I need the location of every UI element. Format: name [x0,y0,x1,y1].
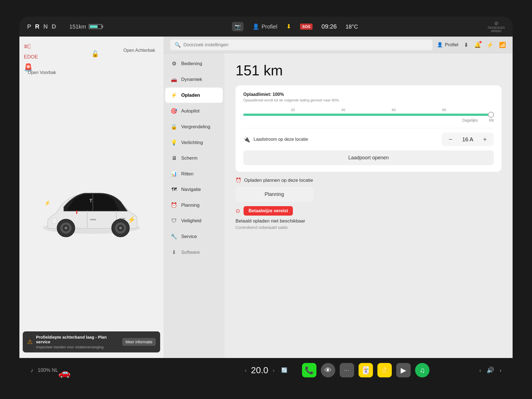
header-icons: 👤 Profiel ⬇ 🔔 ⚡ 📶 [437,42,506,48]
temp-display: 18°C [346,24,358,30]
app-play[interactable]: ▶ [396,363,411,377]
software-label: Software [181,250,200,255]
svg-point-9 [65,227,67,229]
taskbar-center: ‹ 20.0 › 🔄 [245,365,287,375]
sidebar-item-scherm[interactable]: 🖥 Scherm [165,151,223,166]
app-spotify[interactable]: ♫ [415,363,429,377]
sidebar-item-service[interactable]: 🔧 Service [165,229,223,244]
svg-text:T: T [89,198,92,203]
sidebar-item-software[interactable]: ⬇ Software [165,245,223,260]
search-input-wrap[interactable]: 🔍 [170,40,433,50]
scherm-label: Scherm [181,155,198,161]
car-svg: T [33,170,150,247]
veiligheid-label: Veiligheid [181,218,201,224]
temp-right-chevron[interactable]: › [273,367,275,374]
notif-sub: Inspecteer banden voor rotatie/vervangin… [36,345,119,349]
laadpoort-btn[interactable]: Laadpoort openen [243,150,494,165]
download-icon: ⬇ [286,23,291,30]
sidebar-item-planning[interactable]: ⏰ Planning [165,198,223,213]
bediening-icon: ⚙ [171,60,177,67]
warning-icon: ⚠ [27,338,33,346]
screen: P R N D 151km 📷 👤 Profiel ⬇ SOS 09:26 18… [19,17,513,382]
volume-icon[interactable]: 🔊 [487,367,494,374]
app-camera[interactable]: 👁 [321,363,335,377]
slider-thumb [488,112,494,118]
prnd-indicator: P R N D [27,23,57,30]
laadstroom-icon: 🔌 [243,136,250,143]
search-input[interactable] [183,42,428,48]
radio-label: 100% NL [38,367,58,373]
vergrendeling-icon: 🔒 [171,124,177,130]
betaalwijze-row: ⊙ Betaalwijze vereist [236,206,502,216]
dynamiek-label: Dynamiek [181,77,202,82]
notif-more-btn[interactable]: Meer informatie [122,338,156,346]
temp-value: 20.0 [251,365,268,375]
status-center: 📷 👤 Profiel ⬇ SOS 09:26 18°C [109,22,481,31]
slider-ticks: 20 40 60 80 [243,108,494,112]
car-image: 🔓 ⚡ ⚡ [19,42,163,358]
sidebar: ⚙ Bediening 🚗 Dynamiek ⚡ Opladen 🎯 Autop… [163,53,224,358]
sidebar-item-autopilot[interactable]: 🎯 Autopilot [165,103,223,119]
download-icon-header[interactable]: ⬇ [464,42,469,48]
planning-icon: ⏰ [171,202,177,208]
daily-label: Dagelijks [462,118,478,122]
lock-icon: 🔓 [91,50,99,58]
sos-badge: SOS [300,24,313,30]
charge-slider[interactable]: 20 40 60 80 Dagelijks [243,108,494,122]
app-stars[interactable]: ⭐ [377,363,392,377]
time-display: 09:26 [321,23,337,30]
sidebar-item-veiligheid[interactable]: 🛡 Veiligheid [165,213,223,228]
nav-left-btn[interactable]: ‹ [479,367,481,374]
betaald-text: Betaald opladen niet beschikbaar [236,218,502,224]
alarm-icon: ⏰ [236,177,241,183]
header-profiel-btn[interactable]: 👤 Profiel [437,42,458,48]
profiel-btn[interactable]: 👤 Profiel [252,23,277,30]
camera-btn[interactable]: 📷 [232,22,244,31]
content-area: ⚙ Bediening 🚗 Dynamiek ⚡ Opladen 🎯 Autop… [163,53,513,358]
signal-icon[interactable]: 📶 [499,42,506,48]
bell-icon-header[interactable]: 🔔 [474,42,481,48]
verlichting-label: Verlichting [181,140,203,145]
right-panel: 🔍 👤 Profiel ⬇ 🔔 ⚡ 📶 [163,37,513,358]
sidebar-item-navigatie[interactable]: 🗺 Navigatie [165,182,223,197]
ampere-control: − 16 A + [442,133,494,146]
betaalwijze-badge: Betaalwijze vereist [244,206,293,216]
app-dots[interactable]: ··· [340,363,354,377]
app-phone[interactable]: 📞 [302,363,316,377]
sidebar-item-dynamiek[interactable]: 🚗 Dynamiek [165,72,223,87]
person-icon-header: 👤 [437,42,443,48]
bluetooth-icon[interactable]: ⚡ [487,42,493,48]
status-right: ⊘ PASSENGERAIRBAG [488,20,505,33]
range-title: 151 km [236,62,502,79]
temp-left-chevron[interactable]: ‹ [245,367,247,374]
profiel-label: Profiel [262,24,277,30]
rit-label: Rit [489,118,494,122]
ritten-icon: 📊 [171,171,177,177]
daily-rit-row: Dagelijks Rit [243,118,494,122]
sidebar-item-ritten[interactable]: 📊 Ritten [165,166,223,181]
search-bar: 🔍 👤 Profiel ⬇ 🔔 ⚡ 📶 [163,37,513,53]
sidebar-item-bediening[interactable]: ⚙ Bediening [165,56,223,71]
software-icon: ⬇ [171,249,177,255]
car-icon-taskbar[interactable]: 🚗 [58,367,71,378]
notif-title: Profieldiepte achterband laag - Plan ser… [36,335,119,344]
nav-right-btn[interactable]: › [500,367,502,374]
search-icon: 🔍 [175,42,181,48]
charge-indicator-right: ⚡ [127,216,136,224]
ritten-label: Ritten [181,171,193,177]
sidebar-item-opladen[interactable]: ⚡ Opladen [165,88,223,103]
service-label: Service [181,234,197,239]
charge-limit-label: Oplaadlimiet: 100% [243,92,494,97]
svg-rect-4 [90,219,96,220]
amp-plus-btn[interactable]: + [480,135,489,144]
service-icon: 🔧 [171,233,177,240]
app-cards[interactable]: 🃏 [359,363,373,377]
music-icon: ♪ [30,367,33,374]
opladen-icon: ⚡ [171,92,177,98]
main-area: ≡⃝ EDOE 🚨 Open Voorbak Open Achterbak 🔓 … [19,37,513,358]
planning-btn[interactable]: Planning [236,187,313,202]
amp-minus-btn[interactable]: − [446,135,455,144]
slider-track [243,114,494,116]
sidebar-item-vergrendeling[interactable]: 🔒 Vergrendeling [165,119,223,134]
sidebar-item-verlichting[interactable]: 💡 Verlichting [165,135,223,150]
